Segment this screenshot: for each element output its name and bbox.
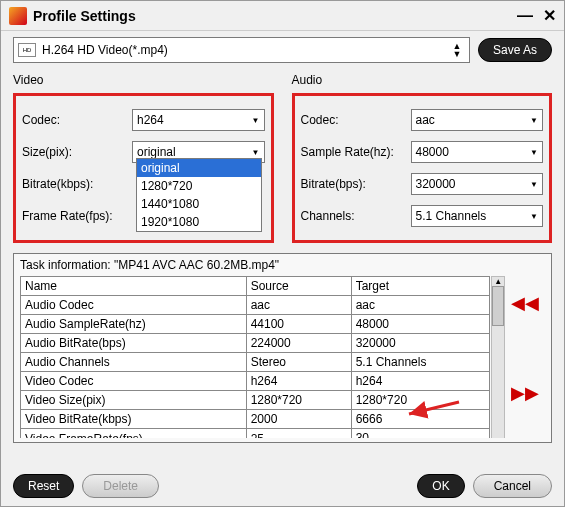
table-header-row: Name Source Target bbox=[21, 277, 490, 296]
size-option-1440[interactable]: 1440*1080 bbox=[137, 195, 261, 213]
format-text: H.264 HD Video(*.mp4) bbox=[42, 43, 449, 57]
size-option-1920[interactable]: 1920*1080 bbox=[137, 213, 261, 231]
app-icon bbox=[9, 7, 27, 25]
table-row: Audio Codecaacaac bbox=[21, 296, 490, 315]
scroll-up-arrow[interactable]: ▲ bbox=[492, 277, 504, 286]
format-dropdown[interactable]: HD H.264 HD Video(*.mp4) ▲▼ bbox=[13, 37, 470, 63]
audio-settings-group: Codec: aac▼ Sample Rate(hz): 48000▼ Bitr… bbox=[292, 93, 553, 243]
table-row: Video Size(pix)1280*7201280*720 bbox=[21, 391, 490, 410]
audio-channels-label: Channels: bbox=[301, 209, 411, 223]
format-icon: HD bbox=[18, 43, 36, 57]
video-size-dropdown[interactable]: original 1280*720 1440*1080 1920*1080 bbox=[136, 158, 262, 232]
task-info-title: Task information: "MP41 AVC AAC 60.2MB.m… bbox=[20, 258, 505, 272]
chevron-down-icon: ▼ bbox=[530, 116, 538, 125]
audio-channels-select[interactable]: 5.1 Channels▼ bbox=[411, 205, 544, 227]
chevron-updown-icon: ▲▼ bbox=[449, 42, 465, 58]
close-button[interactable]: ✕ bbox=[543, 6, 556, 25]
reset-button[interactable]: Reset bbox=[13, 474, 74, 498]
ok-button[interactable]: OK bbox=[417, 474, 464, 498]
delete-button[interactable]: Delete bbox=[82, 474, 159, 498]
scroll-thumb[interactable] bbox=[492, 286, 504, 326]
window-title: Profile Settings bbox=[33, 8, 507, 24]
table-row: Audio SampleRate(hz)4410048000 bbox=[21, 315, 490, 334]
audio-bitrate-select[interactable]: 320000▼ bbox=[411, 173, 544, 195]
task-info-table: Name Source Target Audio CodecaacaacAudi… bbox=[20, 276, 491, 438]
table-row: Audio ChannelsStereo5.1 Channels bbox=[21, 353, 490, 372]
col-source: Source bbox=[246, 277, 351, 296]
table-row: Audio BitRate(bps)224000320000 bbox=[21, 334, 490, 353]
chevron-down-icon: ▼ bbox=[530, 148, 538, 157]
chevron-down-icon: ▼ bbox=[252, 148, 260, 157]
minimize-button[interactable]: — bbox=[517, 7, 533, 25]
col-target: Target bbox=[351, 277, 490, 296]
table-scrollbar[interactable]: ▲ ▼ bbox=[491, 276, 505, 438]
next-icon[interactable]: ▶▶ bbox=[511, 382, 539, 404]
cancel-button[interactable]: Cancel bbox=[473, 474, 552, 498]
table-row: Video FrameRate(fps)2530 bbox=[21, 429, 490, 439]
video-codec-select[interactable]: h264▼ bbox=[132, 109, 265, 131]
chevron-down-icon: ▼ bbox=[530, 180, 538, 189]
audio-section-title: Audio bbox=[292, 73, 553, 87]
audio-samplerate-select[interactable]: 48000▼ bbox=[411, 141, 544, 163]
audio-codec-select[interactable]: aac▼ bbox=[411, 109, 544, 131]
video-section-title: Video bbox=[13, 73, 274, 87]
table-row: Video Codech264h264 bbox=[21, 372, 490, 391]
video-fps-label: Frame Rate(fps): bbox=[22, 209, 132, 223]
video-bitrate-label: Bitrate(kbps): bbox=[22, 177, 132, 191]
prev-icon[interactable]: ◀◀ bbox=[511, 292, 539, 314]
audio-bitrate-label: Bitrate(bps): bbox=[301, 177, 411, 191]
col-name: Name bbox=[21, 277, 247, 296]
chevron-down-icon: ▼ bbox=[252, 116, 260, 125]
audio-codec-label: Codec: bbox=[301, 113, 411, 127]
size-option-1280[interactable]: 1280*720 bbox=[137, 177, 261, 195]
video-size-label: Size(pix): bbox=[22, 145, 132, 159]
save-as-button[interactable]: Save As bbox=[478, 38, 552, 62]
size-option-original[interactable]: original bbox=[137, 159, 261, 177]
video-settings-group: Codec: h264▼ Size(pix): original▼ Bitrat… bbox=[13, 93, 274, 243]
table-row: Video BitRate(kbps)20006666 bbox=[21, 410, 490, 429]
chevron-down-icon: ▼ bbox=[530, 212, 538, 221]
audio-samplerate-label: Sample Rate(hz): bbox=[301, 145, 411, 159]
video-codec-label: Codec: bbox=[22, 113, 132, 127]
